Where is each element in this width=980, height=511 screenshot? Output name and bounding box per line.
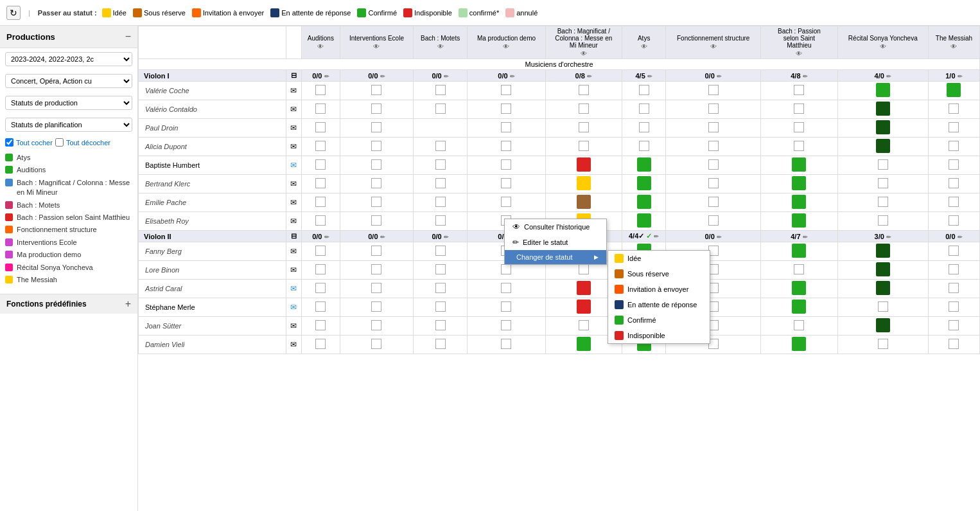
cell-l-binon-7[interactable] [761,261,838,280]
edit-icon-v1-5[interactable]: ✏ [647,73,652,80]
cell-s-merle-2[interactable] [413,298,468,317]
edit-icon-v2-6[interactable]: ✏ [717,234,722,240]
submenu-item-idee[interactable]: Idée [608,251,710,266]
status-e-roy-5[interactable] [637,213,651,228]
musician-email-icon-emilie-pache[interactable]: ✉ [286,193,301,212]
status-b-humbert-7[interactable] [792,157,806,172]
edit-icon-v2-1[interactable]: ✏ [380,234,385,240]
sidebar-collapse-button[interactable]: − [125,31,131,42]
cell-b-klerc-4[interactable] [545,175,622,193]
eye-icon-ma-prod[interactable]: 👁 [503,43,509,50]
cell-p-droin-9[interactable] [928,119,979,138]
cell-f-berg-9[interactable] [928,242,979,261]
eye-icon-interventions[interactable]: 👁 [373,43,380,50]
cell-e-pache-7[interactable] [761,193,838,212]
cell-b-klerc-9[interactable] [928,175,979,193]
prod-item-interventions[interactable]: Interventions Ecole [5,237,132,249]
checkbox-v-coche-7[interactable] [794,85,804,95]
submenu-item-sous-reserve[interactable]: Sous réserve [608,266,710,282]
status-annule[interactable]: annulé [505,8,538,17]
status-a-caral-4[interactable] [577,281,591,295]
status-invitation[interactable]: Invitation à envoyer [192,8,264,17]
status-v-coche-8[interactable] [876,83,890,97]
cell-v-contaldo-8[interactable] [837,100,928,119]
cell-p-droin-8[interactable] [837,119,928,138]
cell-e-pache-3[interactable] [468,193,545,212]
uncheck-all-checkbox[interactable] [55,138,64,147]
cell-p-droin-6[interactable] [666,119,761,138]
cell-j-sutter-8[interactable] [837,317,928,336]
cell-l-binon-1[interactable] [340,261,414,280]
prod-item-bach-passion[interactable]: Bach : Passion selon Saint Matthieu [5,211,132,224]
cell-j-sutter-0[interactable] [301,317,340,336]
cell-s-merle-9[interactable] [928,298,979,317]
musician-email-icon-joan-sutter[interactable]: ✉ [286,317,301,336]
cell-f-berg-2[interactable] [413,242,468,261]
cell-v-coche-3[interactable] [468,82,545,100]
musician-email-icon-valerio-contaldo[interactable]: ✉ [286,100,301,119]
cell-s-merle-8[interactable] [837,298,928,317]
edit-icon-v1-3[interactable]: ✏ [510,73,515,80]
checkbox-v-coche-4[interactable] [579,85,589,95]
cell-e-pache-9[interactable] [928,193,979,212]
cell-a-dupont-3[interactable] [468,138,545,156]
eye-icon-recital[interactable]: 👁 [880,43,886,50]
cell-b-humbert-9[interactable] [928,156,979,175]
type-filter-select[interactable]: Concert, Opéra, Action cu [5,74,132,88]
eye-icon-bach-motets[interactable]: 👁 [437,43,444,50]
cell-e-roy-6[interactable] [666,212,761,231]
cell-a-caral-7[interactable] [761,280,838,298]
cell-d-vieli-7[interactable] [761,336,838,354]
musician-email-icon-paul-droin[interactable]: ✉ [286,119,301,138]
cell-a-dupont-9[interactable] [928,138,979,156]
eye-icon-bach-magnificat[interactable]: 👁 [581,50,587,57]
cell-d-vieli-0[interactable] [301,336,340,354]
edit-icon-v2-7[interactable]: ✏ [803,234,808,240]
cell-b-klerc-7[interactable] [761,175,838,193]
context-menu-item-editer[interactable]: ✏ Editer le statut [505,235,606,250]
cell-a-dupont-8[interactable] [837,138,928,156]
edit-icon-v1-7[interactable]: ✏ [803,73,808,80]
cell-b-humbert-8[interactable] [837,156,928,175]
cell-b-klerc-5[interactable] [622,175,666,193]
cell-a-caral-3[interactable] [468,280,545,298]
status-f-berg-8[interactable] [876,244,890,258]
edit-icon-v1-6[interactable]: ✏ [717,73,722,80]
edit-icon-v2-5[interactable]: ✏ [654,233,659,240]
cell-p-droin-4[interactable] [545,119,622,138]
cell-a-dupont-5[interactable] [622,138,666,156]
prod-item-auditions[interactable]: Auditions [5,164,132,176]
status-sous-reserve[interactable]: Sous réserve [133,8,186,17]
checkbox-v-coche-1[interactable] [371,85,381,95]
eye-icon-atys[interactable]: 👁 [641,43,647,50]
cell-e-pache-6[interactable] [666,193,761,212]
musician-email-icon-elisabeth-roy[interactable]: ✉ [286,212,301,231]
cell-d-vieli-2[interactable] [413,336,468,354]
checkbox-v-coche-3[interactable] [501,85,511,95]
cell-l-binon-8[interactable] [837,261,928,280]
cell-v-coche-8[interactable] [837,82,928,100]
cell-a-caral-9[interactable] [928,280,979,298]
cell-b-klerc-3[interactable] [468,175,545,193]
eye-icon-auditions[interactable]: 👁 [317,43,324,50]
year-filter-select[interactable]: 2023-2024, 2022-2023, 2c [5,52,132,66]
status-e-pache-7[interactable] [792,195,806,209]
edit-icon-v2-2[interactable]: ✏ [444,234,449,240]
edit-icon-v1-8[interactable]: ✏ [886,73,891,80]
cell-v-contaldo-4[interactable] [545,100,622,119]
submenu-item-invitation[interactable]: Invitation à envoyer [608,282,710,297]
cell-j-sutter-7[interactable] [761,317,838,336]
cell-s-merle-3[interactable] [468,298,545,317]
musician-email-icon-lore-binon[interactable]: ✉ [286,261,301,280]
cell-a-caral-8[interactable] [837,280,928,298]
eye-icon-bach-passion[interactable]: 👁 [796,50,802,57]
prod-item-fonctionnement[interactable]: Fonctionnement structure [5,224,132,236]
status-confirme-star[interactable]: confirmé* [459,8,499,17]
cell-d-vieli-1[interactable] [340,336,414,354]
edit-icon-v1-4[interactable]: ✏ [587,73,592,80]
status-v-contaldo-8[interactable] [876,102,890,116]
refresh-button[interactable]: ↻ [6,6,21,20]
cell-v-coche-7[interactable] [761,82,838,100]
cell-d-vieli-8[interactable] [837,336,928,354]
cell-d-vieli-9[interactable] [928,336,979,354]
